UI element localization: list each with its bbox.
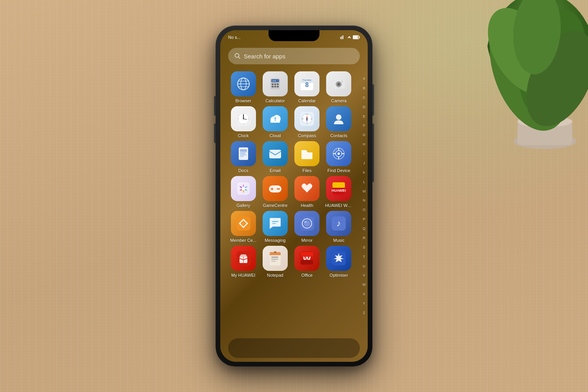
svg-text:8: 8 xyxy=(305,82,309,88)
svg-point-6 xyxy=(512,20,588,137)
app-browser[interactable]: Browser xyxy=(228,71,258,103)
svg-rect-70 xyxy=(240,156,244,157)
svg-rect-120 xyxy=(274,251,276,253)
app-camera[interactable]: Camera xyxy=(324,71,354,103)
bottom-navigation-bar xyxy=(228,338,360,358)
app-contacts[interactable]: Contacts xyxy=(324,106,354,138)
app-browser-label: Browser xyxy=(235,98,251,103)
app-gallery-label: Gallery xyxy=(236,203,250,208)
app-gamecentre[interactable]: GameCentre xyxy=(260,176,290,208)
app-email[interactable]: Email xyxy=(260,141,290,173)
svg-rect-53 xyxy=(275,119,276,121)
svg-rect-124 xyxy=(301,260,313,265)
app-myhuawei-label: My HUAWEI xyxy=(231,273,255,278)
app-gamecentre-label: GameCentre xyxy=(263,203,287,208)
phone-screen: No s... 12:07 Search for apps xyxy=(220,30,368,362)
svg-point-38 xyxy=(337,83,340,86)
app-huawei-wallet-label: HUAWEI Wa... xyxy=(325,203,352,208)
app-calculator-label: Calculator xyxy=(265,98,285,103)
app-huawei-wallet[interactable]: HUAWEI HUAWEI Wa... xyxy=(324,176,354,208)
alphabet-index: # B C D E F G H I J K L M N O P Q R S T xyxy=(363,77,366,315)
app-notepad[interactable]: Notepad xyxy=(260,246,290,278)
app-cloud[interactable]: Cloud xyxy=(260,106,290,138)
app-finddevice[interactable]: Find Device xyxy=(324,141,354,173)
app-contacts-label: Contacts xyxy=(330,133,347,138)
svg-rect-1 xyxy=(517,122,572,145)
svg-rect-66 xyxy=(240,150,247,151)
svg-rect-28 xyxy=(272,86,274,87)
svg-point-86 xyxy=(242,187,245,190)
svg-rect-104 xyxy=(272,223,276,224)
app-calculator[interactable]: + - ÷ × Calculator xyxy=(260,71,290,103)
svg-rect-116 xyxy=(270,254,281,255)
app-docs[interactable]: Docs xyxy=(228,141,258,173)
app-music[interactable]: ♪ Music xyxy=(324,211,354,243)
search-bar[interactable]: Search for apps xyxy=(228,48,360,64)
app-gallery[interactable]: Gallery xyxy=(228,176,258,208)
status-icons xyxy=(340,35,360,39)
app-compass-label: Compass xyxy=(298,133,316,138)
app-grid: Browser + - ÷ × xyxy=(224,69,358,279)
app-office-label: Office xyxy=(301,273,313,278)
svg-rect-52 xyxy=(270,121,280,123)
app-notepad-label: Notepad xyxy=(267,273,283,278)
app-optimiser[interactable]: Optimiser xyxy=(324,246,354,278)
app-messaging[interactable]: Messaging xyxy=(260,211,290,243)
svg-point-4 xyxy=(508,2,588,124)
app-camera-label: Camera xyxy=(331,98,347,103)
app-health[interactable]: Health xyxy=(292,176,322,208)
svg-point-92 xyxy=(277,188,278,190)
svg-rect-117 xyxy=(271,257,278,258)
app-compass[interactable]: N S W E Compass xyxy=(292,106,322,138)
svg-point-5 xyxy=(474,0,568,105)
svg-text:Tuesday: Tuesday xyxy=(303,79,312,81)
svg-rect-12 xyxy=(359,36,360,38)
search-icon xyxy=(234,53,241,59)
svg-rect-103 xyxy=(272,221,278,222)
svg-rect-96 xyxy=(332,186,345,188)
svg-point-44 xyxy=(243,118,244,120)
app-clock-label: Clock xyxy=(238,133,249,138)
app-mirror[interactable]: Mirror xyxy=(292,211,322,243)
svg-rect-13 xyxy=(354,36,358,38)
svg-point-2 xyxy=(517,116,572,127)
svg-point-74 xyxy=(338,152,340,155)
app-files-label: Files xyxy=(303,168,312,173)
app-docs-label: Docs xyxy=(238,168,248,173)
svg-text:HUAWEI: HUAWEI xyxy=(332,189,346,192)
status-carrier: No s... xyxy=(228,35,241,40)
phone-body: No s... 12:07 Search for apps xyxy=(216,25,372,367)
svg-rect-67 xyxy=(240,151,247,152)
app-files[interactable]: Files xyxy=(292,141,322,173)
svg-text:÷ ×: ÷ × xyxy=(272,80,276,82)
app-clock[interactable]: Clock xyxy=(228,106,258,138)
svg-point-7 xyxy=(510,0,564,76)
phone-container: No s... 12:07 Search for apps xyxy=(216,25,372,367)
app-member[interactable]: Member Ce... xyxy=(228,211,258,243)
svg-rect-68 xyxy=(240,153,245,154)
app-office[interactable]: W Office xyxy=(292,246,322,278)
svg-line-15 xyxy=(239,57,240,59)
svg-rect-9 xyxy=(341,36,342,39)
svg-point-108 xyxy=(304,221,307,223)
app-optimiser-label: Optimiser xyxy=(330,273,348,278)
svg-point-39 xyxy=(341,81,343,82)
app-messaging-label: Messaging xyxy=(265,238,285,243)
svg-rect-118 xyxy=(271,259,278,260)
svg-rect-26 xyxy=(274,83,276,85)
app-member-label: Member Ce... xyxy=(230,238,256,243)
app-calendar-label: Calendar xyxy=(298,98,316,103)
svg-point-91 xyxy=(271,189,272,191)
svg-rect-123 xyxy=(301,252,313,257)
app-myhuawei[interactable]: My HUAWEI xyxy=(228,246,258,278)
svg-rect-30 xyxy=(277,86,279,87)
app-calendar[interactable]: Tuesday 8 Calendar xyxy=(292,71,322,103)
app-health-label: Health xyxy=(301,203,313,208)
svg-point-3 xyxy=(475,0,584,142)
app-email-label: Email xyxy=(270,168,281,173)
svg-point-90 xyxy=(271,188,272,189)
svg-point-63 xyxy=(306,118,308,120)
svg-rect-8 xyxy=(340,37,341,39)
svg-rect-25 xyxy=(272,83,274,85)
svg-rect-29 xyxy=(274,86,276,87)
